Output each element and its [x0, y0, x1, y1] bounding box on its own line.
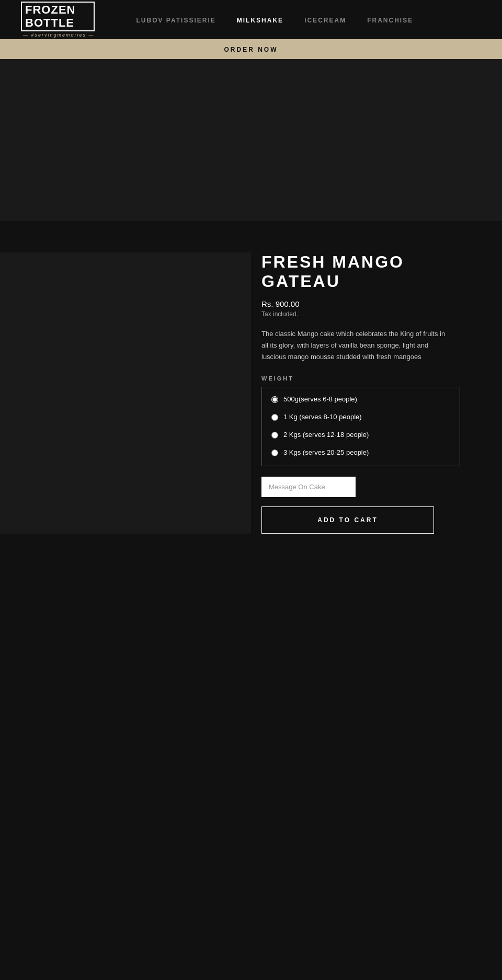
weight-options: 500g(serves 6-8 people) 1 Kg (serves 8-1… [261, 387, 460, 466]
weight-option-1kg[interactable]: 1 Kg (serves 8-10 people) [271, 412, 450, 423]
nav-item-lubov[interactable]: LUBOV PATISSIERIE [136, 15, 216, 25]
product-price: Rs. 900.00 [261, 299, 460, 308]
product-image [0, 252, 251, 534]
weight-label-1kg: 1 Kg (serves 8-10 people) [283, 412, 362, 422]
page-wrapper: FROZEN BOTTLE — #servingmemories — LUBOV… [0, 0, 502, 980]
bottom-area [0, 565, 502, 980]
weight-option-3kg[interactable]: 3 Kgs (serves 20-25 people) [271, 448, 450, 458]
product-title: FRESH MANGO GATEAU [261, 252, 460, 291]
logo-text: FROZEN BOTTLE [21, 2, 95, 31]
nav-item-milkshake[interactable]: MILKSHAKE [237, 15, 283, 25]
radio-1kg[interactable] [271, 413, 278, 423]
order-banner[interactable]: ORDER NOW [0, 39, 502, 59]
nav-link-icecream[interactable]: ICECREAM [304, 17, 346, 24]
weight-label-500g: 500g(serves 6-8 people) [283, 395, 357, 404]
nav-link-lubov[interactable]: LUBOV PATISSIERIE [136, 17, 216, 24]
radio-3kg[interactable] [271, 449, 278, 458]
radio-500g[interactable] [271, 396, 278, 405]
product-description: The classic Mango cake which celebrates … [261, 328, 450, 363]
hero-image-area [0, 59, 502, 221]
message-on-cake-input[interactable] [261, 477, 356, 497]
nav-item-franchise[interactable]: FRANCHISE [367, 15, 413, 25]
weight-label: WEIGHT [261, 375, 460, 382]
logo-tagline: — #servingmemories — [21, 32, 95, 38]
nav-link-milkshake[interactable]: MILKSHAKE [237, 17, 283, 24]
product-section: FRESH MANGO GATEAU Rs. 900.00 Tax includ… [0, 221, 502, 565]
nav-item-icecream[interactable]: ICECREAM [304, 15, 346, 25]
nav-links: LUBOV PATISSIERIE MILKSHAKE ICECREAM FRA… [136, 15, 414, 25]
radio-2kg[interactable] [271, 431, 278, 441]
weight-label-2kg: 2 Kgs (serves 12-18 people) [283, 430, 369, 440]
weight-label-3kg: 3 Kgs (serves 20-25 people) [283, 448, 369, 457]
navbar: FROZEN BOTTLE — #servingmemories — LUBOV… [0, 0, 502, 39]
product-details: FRESH MANGO GATEAU Rs. 900.00 Tax includ… [251, 252, 502, 534]
add-to-cart-button[interactable]: ADD TO CART [261, 506, 434, 534]
brand-logo[interactable]: FROZEN BOTTLE — #servingmemories — [21, 2, 95, 37]
product-tax: Tax included. [261, 310, 460, 318]
weight-option-2kg[interactable]: 2 Kgs (serves 12-18 people) [271, 430, 450, 441]
order-now-link[interactable]: ORDER NOW [224, 46, 278, 53]
weight-option-500g[interactable]: 500g(serves 6-8 people) [271, 395, 450, 405]
nav-link-franchise[interactable]: FRANCHISE [367, 17, 413, 24]
